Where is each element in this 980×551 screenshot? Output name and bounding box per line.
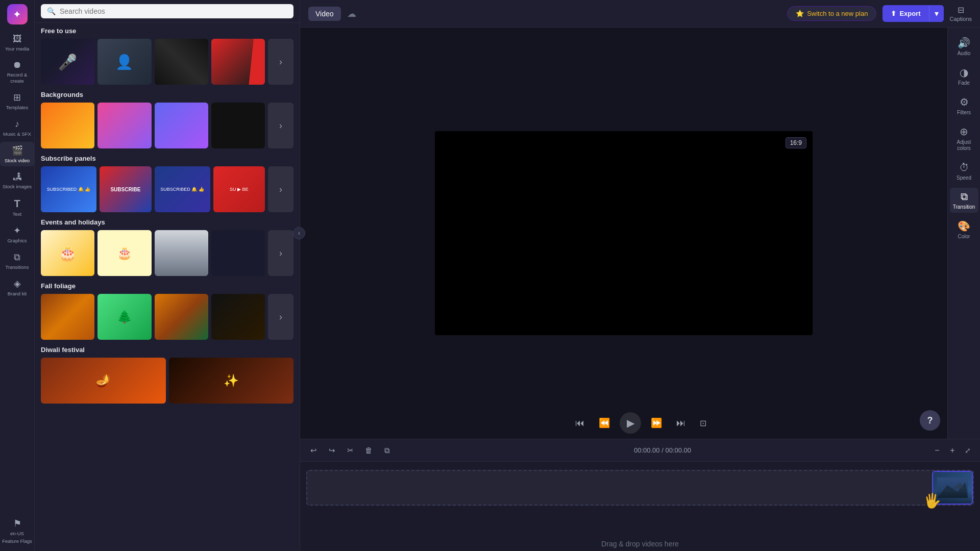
free-to-use-more[interactable]: › (268, 39, 293, 85)
ev-thumb-4[interactable] (211, 230, 265, 276)
sidebar-item-brand-kit[interactable]: ◈ Brand kit (0, 275, 34, 299)
free-to-use-grid: 👤 › (41, 39, 293, 85)
sp-thumb-2[interactable]: SUBSCRIBE (100, 166, 151, 212)
fall-more[interactable]: › (268, 294, 293, 340)
bg-thumb-2[interactable] (97, 103, 151, 148)
transition-tool-icon: ⧉ (961, 191, 968, 203)
collapse-panel-button[interactable]: ‹ (293, 227, 305, 239)
ev-thumb-2[interactable]: 🎂 (97, 230, 151, 276)
help-button[interactable]: ? (920, 410, 940, 431)
ftl-thumb-4[interactable] (211, 39, 265, 85)
sp-thumb-1[interactable]: SUBSCRIBED 🔔 👍 (41, 166, 96, 212)
upgrade-star-icon: ⭐ (796, 10, 804, 17)
skip-forward-button[interactable]: ⏭ (672, 414, 690, 432)
panel-scroll: Free to use 👤 › Backgrounds › (35, 23, 300, 551)
fade-tool-icon: ◑ (960, 66, 968, 79)
section-free-to-use: Free to use 👤 › (35, 27, 300, 85)
sidebar-item-record-create[interactable]: ⏺ Record &create (0, 57, 34, 87)
di-thumb-2[interactable]: ✨ (169, 358, 294, 404)
sidebar-item-text[interactable]: T Text (0, 195, 34, 220)
ff-thumb-3[interactable] (155, 294, 208, 340)
sidebar-item-feature-flags[interactable]: ⚑ en-US Feature Flags (0, 515, 34, 547)
sp-thumb-3[interactable]: SUBSCRIBED 🔔 👍 (155, 166, 210, 212)
play-button[interactable]: ▶ (620, 412, 641, 434)
feature-flags-icon: ⚑ (13, 518, 21, 529)
fade-tool[interactable]: ◑ Fade (950, 63, 978, 89)
export-button[interactable]: ⬆ Export (883, 6, 928, 21)
cut-button[interactable]: ✂ (343, 443, 357, 458)
ftl-thumb-1[interactable] (41, 39, 94, 85)
section-title-free: Free to use (41, 27, 293, 35)
captions-button[interactable]: ⊟ Captions (950, 5, 972, 22)
cloud-save-icon[interactable]: ☁ (347, 8, 356, 19)
timeline-content: 🖐 (300, 462, 980, 537)
bg-thumb-4[interactable] (211, 103, 265, 148)
aspect-ratio-badge[interactable]: 16:9 (786, 137, 806, 148)
filters-tool[interactable]: ⚙ Filters (950, 93, 978, 118)
rewind-button[interactable]: ⏪ (595, 414, 614, 432)
upgrade-button[interactable]: ⭐ Switch to a new plan (787, 6, 876, 21)
diwali-grid: 🪔 ✨ (41, 358, 293, 404)
skip-back-button[interactable]: ⏮ (571, 414, 589, 432)
mountain-svg (937, 478, 968, 498)
your-media-icon: 🖼 (13, 34, 22, 44)
timeline-zoom-controls: − + ⤢ (931, 444, 974, 457)
timeline-track[interactable] (306, 470, 974, 506)
sidebar-item-stock-images[interactable]: 🏞 Stock images (0, 168, 34, 192)
redo-button[interactable]: ↪ (325, 443, 339, 458)
search-input[interactable] (60, 7, 287, 15)
clip-thumbnail (933, 472, 972, 504)
audio-tool[interactable]: 🔊 Audio (950, 34, 978, 59)
subscribe-more[interactable]: › (268, 166, 293, 212)
sidebar-item-templates[interactable]: ⊞ Templates (0, 89, 34, 113)
drag-drop-area: Drag & drop videos here (300, 537, 980, 551)
fullscreen-button[interactable]: ⊡ (696, 416, 709, 430)
bg-thumb-3[interactable] (155, 103, 208, 148)
events-more[interactable]: › (268, 230, 293, 276)
sidebar-item-graphics[interactable]: ✦ Graphics (0, 222, 34, 246)
color-tool[interactable]: 🎨 Color (950, 217, 978, 242)
backgrounds-more[interactable]: › (268, 103, 293, 148)
duplicate-button[interactable]: ⧉ (380, 443, 394, 458)
sidebar-item-music-sfx[interactable]: ♪ Music & SFX (0, 116, 34, 140)
section-title-fall: Fall foliage (41, 282, 293, 290)
zoom-in-button[interactable]: + (946, 444, 959, 457)
ev-thumb-3[interactable] (155, 230, 208, 276)
undo-button[interactable]: ↩ (306, 443, 321, 458)
sidebar-item-transitions[interactable]: ⧉ Transitions (0, 249, 34, 273)
transition-tool[interactable]: ⧉ Transition (950, 188, 978, 213)
export-button-wrap: ⬆ Export ▾ (883, 5, 943, 22)
text-icon: T (14, 198, 20, 210)
app-logo[interactable]: ✦ (7, 4, 28, 24)
events-grid: 🎂 › (41, 230, 293, 276)
timeline-clip[interactable] (932, 471, 973, 505)
ff-thumb-1[interactable] (41, 294, 94, 340)
export-caret[interactable]: ▾ (929, 5, 944, 22)
zoom-out-button[interactable]: − (931, 444, 943, 457)
expand-timeline-button[interactable]: ⤢ (962, 444, 974, 457)
subscribe-grid: SUBSCRIBED 🔔 👍 SUBSCRIBE SUBSCRIBED 🔔 👍 … (41, 166, 293, 212)
ff-thumb-4[interactable] (211, 294, 265, 340)
ff-thumb-2[interactable] (97, 294, 151, 340)
stock-video-icon: 🎬 (12, 145, 23, 156)
search-input-wrap[interactable]: 🔍 (41, 4, 293, 18)
sidebar-item-stock-video[interactable]: 🎬 Stock video (0, 142, 34, 166)
ftl-thumb-3[interactable] (155, 39, 208, 85)
delete-button[interactable]: 🗑 (361, 443, 376, 458)
speed-tool[interactable]: ⏱ Speed (950, 159, 978, 184)
ftl-thumb-2[interactable]: 👤 (97, 39, 151, 85)
adjust-colors-tool[interactable]: ⊕ Adjustcolors (950, 122, 978, 155)
fast-forward-button[interactable]: ⏩ (647, 414, 666, 432)
ev-thumb-1[interactable] (41, 230, 94, 276)
sp-thumb-4[interactable]: SU ▶ BE (213, 166, 265, 212)
backgrounds-grid: › (41, 103, 293, 148)
section-title-bg: Backgrounds (41, 91, 293, 98)
section-diwali: Diwali festival 🪔 ✨ (35, 346, 300, 404)
sidebar-item-your-media[interactable]: 🖼 Your media (0, 31, 34, 55)
bg-thumb-1[interactable] (41, 103, 94, 148)
icon-sidebar: ✦ 🖼 Your media ⏺ Record &create ⊞ Templa… (0, 0, 35, 551)
tab-video[interactable]: Video (308, 7, 341, 21)
brand-icon: ◈ (14, 278, 21, 289)
timeline-toolbar: ↩ ↪ ✂ 🗑 ⧉ 00:00.00 / 00:00.00 − + ⤢ (300, 439, 980, 462)
di-thumb-1[interactable]: 🪔 (41, 358, 166, 404)
